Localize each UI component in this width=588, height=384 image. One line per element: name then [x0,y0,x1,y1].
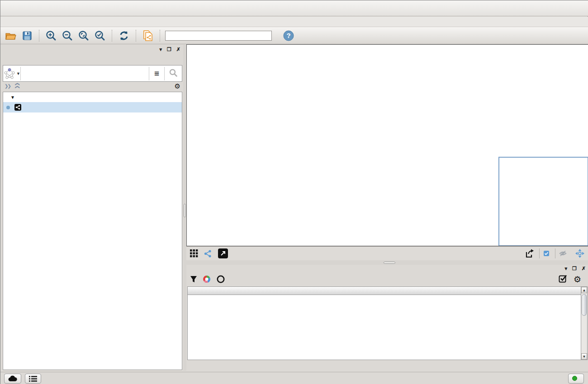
title-bar [0,0,588,16]
cloud-icon [8,375,17,382]
enrichment-table-body [188,295,582,360]
selected-nodes-counter [543,250,551,257]
string-logo-icon [3,67,16,80]
ring-chart-button[interactable] [216,275,225,284]
clone-network-button[interactable] [141,29,155,42]
control-panel: ▾ ❐ ✗ ▼ ≡ [2,45,183,371]
list-icon [29,375,37,382]
table-scrollbar[interactable]: ▲ ▼ [581,286,588,360]
settings-gear-icon[interactable]: ⚙ [574,274,581,285]
table-panel-tabs [187,361,191,371]
navigate-button[interactable] [574,248,586,259]
minimize-button[interactable] [540,4,548,12]
memory-button[interactable] [568,374,584,384]
apply-layout-button[interactable] [117,29,131,42]
maximize-button[interactable] [558,4,566,12]
menu-bar [0,17,588,27]
donut-chart-icon [202,275,211,284]
toolbar-separator [136,30,136,42]
network-collection-row[interactable]: ▼ [3,92,182,102]
panel-float-icon[interactable]: ❐ [572,266,577,272]
enrichment-toolbar: ⚙ [186,272,588,286]
panel-float-icon[interactable]: ❐ [167,47,171,52]
task-history-button[interactable] [25,374,41,384]
string-search-bar: ▼ ≡ [3,65,182,82]
chevron-down-icon: ▼ [16,71,20,76]
help-icon: ? [283,30,294,41]
control-panel-tabs [2,54,183,65]
close-button[interactable] [576,4,584,12]
checkbox-icon [543,250,550,257]
zoom-out-button[interactable] [61,29,74,42]
gear-icon[interactable]: ⚙ [175,82,180,90]
grid-view-button[interactable] [188,248,200,259]
share-view-button[interactable] [202,248,213,259]
expand-all-icon[interactable]: ❯❯ [5,84,10,89]
string-logo-button[interactable]: ▼ [3,66,20,81]
splitter-handle[interactable] [384,262,395,264]
navigation-diamond-icon [575,248,585,258]
string-options-menu-icon[interactable]: ≡ [149,69,164,79]
eye-slash-icon [559,250,567,257]
birdseye-arrow-icon [220,251,226,256]
open-session-button[interactable] [4,29,18,42]
scroll-down-icon[interactable]: ▼ [581,353,587,360]
string-search-icon[interactable] [165,68,182,79]
network-tree: ▼ [3,92,182,370]
zoom-in-button[interactable] [44,29,58,42]
toolbar-separator [160,30,160,42]
control-panel-header: ▾ ❐ ✗ [2,45,183,54]
tree-expand-icon[interactable]: ▼ [10,95,15,100]
zoom-in-icon [45,30,57,42]
current-network-dot-icon [6,106,10,109]
grid-icon [190,249,198,258]
collapse-all-icon[interactable]: ❯❯ [14,83,19,89]
checkbox-check-icon [559,274,567,283]
zoom-selected-button[interactable] [93,29,107,42]
refresh-icon [119,30,129,41]
toolbar-separator [39,30,39,42]
share-icon [204,250,212,258]
vertical-splitter[interactable] [183,45,186,371]
scrollbar-thumb[interactable] [582,294,587,316]
filter-icon [190,276,197,283]
table-panel-header: ▾ ❐ ✗ [186,265,588,272]
zoom-selected-icon [94,30,106,42]
network-row-selected[interactable] [3,102,182,112]
string-network-icon [14,104,21,111]
panel-close-icon[interactable]: ✗ [582,266,586,272]
search-input[interactable] [165,31,272,41]
select-terms-button[interactable] [559,274,567,285]
network-canvas[interactable] [186,44,588,246]
zoom-fit-icon [78,30,90,42]
panel-menu-icon[interactable]: ▾ [564,266,567,272]
svg-text:?: ? [286,32,290,39]
birdseye-overview[interactable] [498,157,588,246]
horizontal-splitter[interactable] [186,260,588,265]
hidden-nodes-counter [559,250,569,257]
copy-network-icon [142,29,154,42]
enrichment-table-header [188,287,582,295]
enrichment-table[interactable] [187,286,582,360]
splitter-handle[interactable] [184,204,186,217]
status-bar [0,372,588,384]
donut-chart-button[interactable] [202,275,211,284]
cloud-tasks-button[interactable] [4,374,21,384]
open-folder-icon [5,31,17,41]
application-window: ? ▾ ❐ ✗ [0,0,588,384]
zoom-out-icon [62,30,73,42]
main-toolbar: ? [0,27,588,44]
panel-close-icon[interactable]: ✗ [176,47,180,52]
filter-button[interactable] [190,276,197,283]
panel-menu-icon[interactable]: ▾ [159,47,162,52]
scroll-up-icon[interactable]: ▲ [581,287,587,293]
network-selection-bar: ❯❯ ❯❯ ⚙ [2,82,183,90]
export-icon [525,248,535,258]
save-session-button[interactable] [20,29,34,42]
memory-status-icon [572,376,577,381]
zoom-fit-button[interactable] [77,29,90,42]
overview-graph [499,158,588,245]
help-button[interactable]: ? [282,29,295,42]
birdseye-toggle-button[interactable] [218,248,228,258]
export-network-button[interactable] [524,248,536,259]
